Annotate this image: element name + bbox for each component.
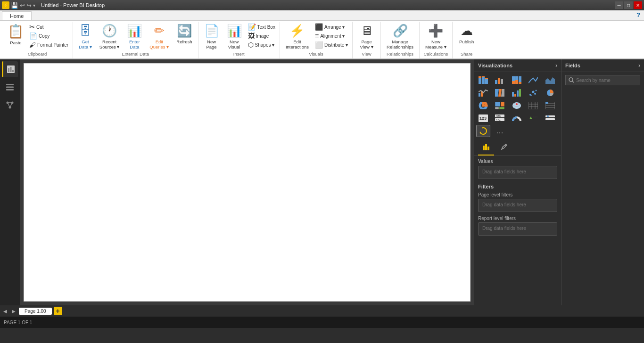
sidebar-item-report[interactable]: [2, 61, 18, 77]
title-bar: ⚡ 💾 ↩ ↪ ▾ Untitled - Power BI Desktop ─ …: [0, 0, 644, 10]
ribbon-group-visuals: ⚡ EditInteractions ⬛ Arrange ▾ ≡ Alignme…: [280, 22, 353, 58]
viz-custom-loading[interactable]: [476, 125, 490, 137]
shapes-button[interactable]: ⬡ Shapes ▾: [247, 41, 277, 49]
canvas-area: [20, 59, 474, 305]
edit-queries-button[interactable]: ✏ EditQueries ▾: [147, 23, 172, 50]
copy-button[interactable]: 📄 Copy: [28, 32, 70, 40]
text-box-button[interactable]: 📝 Text Box: [247, 23, 277, 31]
help-icon[interactable]: ?: [633, 9, 644, 20]
paste-button[interactable]: 📋 Paste: [5, 23, 27, 46]
enter-data-button[interactable]: 📊 EnterData: [124, 23, 145, 50]
viz-pie[interactable]: [543, 87, 557, 99]
manage-relationships-button[interactable]: 🔗 ManageRelationships: [384, 23, 416, 50]
ribbon-group-share: ☁ Publish Share: [453, 22, 481, 58]
viz-fields-tab[interactable]: [478, 141, 494, 155]
svg-rect-18: [485, 78, 488, 79]
viz-stacked-bar[interactable]: [476, 74, 490, 86]
text-box-label: Text Box: [257, 24, 275, 30]
svg-point-72: [480, 128, 487, 134]
svg-marker-33: [501, 89, 504, 97]
viz-gauge[interactable]: [510, 112, 524, 124]
viz-format-tab[interactable]: [496, 141, 512, 155]
svg-rect-14: [479, 76, 481, 78]
viz-kpi[interactable]: ▲KPI: [526, 112, 540, 124]
canvas-page[interactable]: [24, 63, 471, 302]
new-measure-button[interactable]: ➕ NewMeasure ▾: [422, 23, 449, 50]
fields-search-input[interactable]: [576, 78, 637, 83]
viz-waterfall[interactable]: [510, 87, 524, 99]
distribute-label: Distribute ▾: [324, 42, 348, 48]
dropdown-arrow-quick[interactable]: ▾: [33, 3, 35, 8]
viz-multi-row-card[interactable]: ABCXYZ: [493, 112, 507, 124]
sidebar-item-data[interactable]: [2, 79, 18, 95]
page-nav-left[interactable]: ◀: [2, 308, 8, 314]
distribute-button[interactable]: ⬜ Distribute ▾: [314, 41, 349, 49]
alignment-label: Alignment ▾: [320, 33, 345, 39]
fields-title: Fields: [565, 63, 580, 68]
viz-scatter[interactable]: [526, 87, 540, 99]
viz-line[interactable]: [526, 74, 540, 86]
cut-label: Cut: [36, 24, 44, 30]
refresh-button[interactable]: 🔄 Refresh: [173, 23, 195, 45]
manage-relationships-icon: 🔗: [393, 24, 408, 38]
edit-interactions-label: EditInteractions: [286, 39, 309, 49]
svg-rect-23: [512, 81, 515, 84]
quick-undo[interactable]: ↩: [20, 2, 25, 9]
publish-button[interactable]: ☁ Publish: [456, 23, 477, 45]
fields-search-box[interactable]: [565, 75, 640, 85]
format-painter-button[interactable]: 🖌 Format Painter: [28, 41, 70, 49]
alignment-button[interactable]: ≡ Alignment ▾: [314, 32, 349, 40]
fields-chevron[interactable]: ›: [638, 62, 640, 69]
paste-icon: 📋: [8, 24, 24, 39]
shapes-label: Shapes ▾: [255, 42, 275, 48]
report-level-drop[interactable]: Drag data fields here: [478, 222, 557, 236]
svg-rect-73: [483, 146, 485, 150]
viz-map[interactable]: [510, 99, 524, 112]
viz-table[interactable]: [526, 99, 540, 112]
viz-more[interactable]: …: [493, 125, 507, 137]
quick-redo[interactable]: ↪: [26, 2, 32, 9]
viz-slicer[interactable]: [543, 112, 557, 124]
maximize-button[interactable]: □: [624, 1, 633, 9]
viz-donut[interactable]: [476, 99, 490, 112]
arrange-label: Arrange ▾: [324, 24, 345, 30]
image-button[interactable]: 🖼 Image: [247, 32, 277, 40]
sidebar-item-model[interactable]: [2, 97, 18, 113]
viz-clustered-bar[interactable]: [493, 74, 507, 86]
visualizations-chevron[interactable]: ›: [555, 62, 557, 69]
arrange-button[interactable]: ⬛ Arrange ▾: [314, 23, 349, 31]
page-view-button[interactable]: 🖥 PageView ▾: [357, 23, 376, 50]
viz-matrix[interactable]: [543, 99, 557, 112]
quick-save[interactable]: 💾: [11, 2, 18, 9]
page-level-drop[interactable]: Drag data fields here: [478, 199, 557, 212]
new-page-button[interactable]: 📄 NewPage: [201, 23, 222, 50]
edit-interactions-button[interactable]: ⚡ EditInteractions: [283, 23, 312, 50]
svg-rect-35: [514, 94, 516, 97]
minimize-button[interactable]: ─: [615, 1, 623, 9]
viz-area[interactable]: [543, 74, 557, 86]
viz-card[interactable]: 123: [476, 112, 490, 124]
recent-sources-button[interactable]: 🕐 RecentSources ▾: [97, 23, 123, 50]
refresh-label: Refresh: [176, 39, 192, 44]
close-button[interactable]: ✕: [634, 1, 642, 9]
new-visual-button[interactable]: 📊 NewVisual: [224, 23, 245, 50]
viz-100pct-bar[interactable]: [510, 74, 524, 86]
page-tab-1[interactable]: Page 1.00: [19, 308, 52, 315]
svg-point-71: [547, 115, 549, 117]
viz-ribbon[interactable]: [493, 87, 507, 99]
svg-point-38: [529, 94, 531, 96]
tab-home[interactable]: Home: [2, 11, 32, 20]
quick-access-toolbar[interactable]: ⚡ 💾 ↩ ↪ ▾: [2, 1, 35, 9]
refresh-icon: 🔄: [177, 24, 192, 38]
cut-button[interactable]: ✂ Cut: [28, 23, 70, 31]
viz-line-clustered[interactable]: [476, 87, 490, 99]
svg-rect-21: [501, 79, 503, 84]
values-drop-zone[interactable]: Drag data fields here: [478, 166, 557, 179]
app-title: Untitled - Power BI Desktop: [41, 2, 105, 8]
viz-treemap[interactable]: [493, 99, 507, 112]
page-nav-right[interactable]: ▶: [10, 308, 17, 314]
add-page-button[interactable]: +: [54, 307, 62, 315]
window-controls[interactable]: ─ □ ✕: [615, 1, 642, 9]
get-data-button[interactable]: 🗄 GetData ▾: [76, 23, 95, 50]
recent-sources-label: RecentSources ▾: [99, 39, 120, 49]
